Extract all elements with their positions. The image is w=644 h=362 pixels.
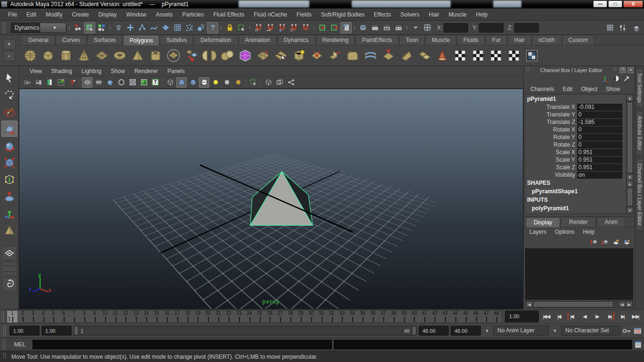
step-back-frame-button[interactable]: |◀ (553, 312, 565, 321)
menu-set-selector[interactable]: Dynamics ▼ (11, 23, 66, 33)
channel-box-menu-edit[interactable]: Edit (559, 85, 577, 93)
shelf-combine-button[interactable] (166, 48, 181, 63)
select-camera-button[interactable] (22, 77, 32, 88)
mask-joints-button[interactable] (136, 22, 148, 33)
soft-modification-tool-button[interactable] (1, 189, 17, 205)
auto-keyframe-icon[interactable] (622, 328, 632, 334)
input-node-name[interactable]: polyPyramid1 (525, 204, 626, 213)
ipr-render-button[interactable]: IPR (381, 22, 392, 33)
make-live-button[interactable] (300, 22, 311, 33)
select-tool-button[interactable] (1, 70, 17, 86)
frame-15[interactable]: 15 (151, 311, 162, 322)
highlight-selection-mode-button[interactable] (236, 22, 247, 33)
menu-create[interactable]: Create (67, 9, 93, 20)
channel-label[interactable]: Scale Z (525, 164, 577, 171)
shelf-tab-rendering[interactable]: Rendering (316, 35, 355, 45)
anim-layer-caret-icon[interactable]: ▼ (483, 329, 491, 333)
frame-20[interactable]: 20 (203, 311, 213, 322)
render-settings-button[interactable] (393, 22, 404, 33)
layer-menu-help[interactable]: Help (579, 228, 598, 236)
frame-16[interactable]: 16 (162, 311, 172, 322)
layer-menu-options[interactable]: Options (551, 228, 578, 236)
group-collapser-icon[interactable]: ⟩ (352, 25, 357, 30)
set-object-selection-mask-button[interactable] (113, 22, 124, 33)
channel-label[interactable]: Rotate X (525, 126, 577, 133)
step-forward-key-button[interactable]: ▶| (604, 312, 616, 321)
mask-dynamics-button[interactable] (183, 22, 195, 33)
safe-action-button[interactable] (139, 77, 149, 88)
shape-node-name[interactable]: pPyramidShape1 (525, 187, 626, 196)
anim-layer-selector[interactable]: No Anim Layer (493, 326, 549, 336)
shelf-extrude-button[interactable] (327, 48, 342, 63)
frame-36[interactable]: 36 (368, 311, 378, 322)
shelf-poly-cone-button[interactable] (76, 48, 91, 63)
camera-attributes-button[interactable] (33, 77, 43, 88)
frame-30[interactable]: 30 (306, 311, 316, 322)
scroll-down-arrow-2[interactable]: ▼ (627, 207, 633, 214)
snap-to-points-button[interactable] (276, 22, 288, 33)
channel-value-field[interactable]: -1.585 (577, 119, 622, 126)
scroll-left-arrow[interactable]: ◀ (526, 301, 533, 307)
frame-14[interactable]: 14 (141, 311, 151, 322)
shelf-uv-texture-editor-button[interactable] (524, 48, 539, 63)
frame-48[interactable]: 48 (491, 311, 502, 322)
smooth-shade-mode-button[interactable] (176, 77, 187, 88)
frame-45[interactable]: 45 (461, 311, 471, 322)
shelf-poly-torus-button[interactable] (112, 48, 127, 63)
shelf-uv-planar-mapping-button[interactable] (453, 48, 468, 63)
shelf-tab-curves[interactable]: Curves (56, 35, 87, 45)
menu-fluid-effects[interactable]: Fluid Effects (209, 9, 248, 20)
layer-tab-render[interactable]: Render (561, 217, 595, 227)
frame-8[interactable]: 8 (79, 311, 90, 322)
current-time-field[interactable]: 1.00 (505, 311, 539, 322)
snap-to-grids-button[interactable] (253, 22, 264, 33)
toggle-attribute-editor-button[interactable] (604, 22, 616, 33)
2d-pan-zoom-button[interactable] (67, 77, 77, 88)
script-editor-icon[interactable] (634, 340, 643, 349)
menu-solvers[interactable]: Solvers (396, 9, 424, 20)
shelf-tab-hair[interactable]: Hair (508, 35, 531, 45)
frame-41[interactable]: 41 (419, 311, 429, 322)
close-panel-button[interactable]: ✕ (627, 67, 634, 73)
open-render-view-button[interactable] (357, 22, 369, 33)
group-collapser-icon[interactable]: ⟩ (248, 25, 252, 30)
mask-handles-button[interactable] (124, 22, 136, 33)
create-empty-layer-button[interactable] (611, 238, 620, 247)
layer-list[interactable] (525, 248, 633, 300)
playback-start-field[interactable]: 1.00 (41, 326, 72, 336)
scroll-right-arrow[interactable]: ▶ (626, 301, 633, 307)
panel-menu-panels[interactable]: Panels (163, 66, 189, 76)
frame-42[interactable]: 42 (429, 311, 440, 322)
menu-file[interactable]: File (4, 9, 21, 20)
shelf-poly-pyramid-button[interactable] (130, 48, 145, 63)
character-set-selector[interactable]: No Character Set (561, 326, 620, 336)
channel-label[interactable]: Translate Y (525, 111, 577, 118)
channel-value-field[interactable]: 0 (577, 111, 622, 118)
frame-5[interactable]: 5 (48, 311, 58, 322)
frame-26[interactable]: 26 (264, 311, 275, 322)
frame-35[interactable]: 35 (357, 311, 368, 322)
shelf-separate-button[interactable] (184, 48, 199, 63)
shelf-uv-spherical-mapping-button[interactable] (488, 48, 504, 63)
group-collapser-icon[interactable]: ⟩ (405, 25, 409, 30)
panel-menu-renderer[interactable]: Renderer (130, 66, 162, 76)
frame-25[interactable]: 25 (255, 311, 265, 322)
frame-22[interactable]: 22 (223, 311, 234, 322)
isolate-select-button[interactable] (248, 77, 258, 88)
maximize-button[interactable]: □ (608, 0, 622, 8)
frame-17[interactable]: 17 (172, 311, 182, 322)
frame-33[interactable]: 33 (337, 311, 347, 322)
shelf-append-to-polygon-button[interactable] (291, 48, 306, 63)
menu-window[interactable]: Window (122, 9, 151, 20)
scroll-down-arrow[interactable]: ▼ (627, 174, 633, 181)
viewport-3d[interactable]: y x z persp (19, 89, 523, 309)
shelf-wedge-face-button[interactable] (399, 48, 414, 63)
menu-muscle[interactable]: Muscle (445, 9, 471, 20)
mask-surfaces-button[interactable] (160, 22, 171, 33)
minimize-button[interactable]: — (593, 0, 607, 8)
construction-history-button[interactable] (340, 22, 352, 33)
layout-single-perspective-button[interactable] (2, 246, 17, 260)
frame-47[interactable]: 47 (481, 311, 492, 322)
shelf-poly-cube-button[interactable] (41, 48, 56, 63)
frame-24[interactable]: 24 (244, 311, 255, 322)
